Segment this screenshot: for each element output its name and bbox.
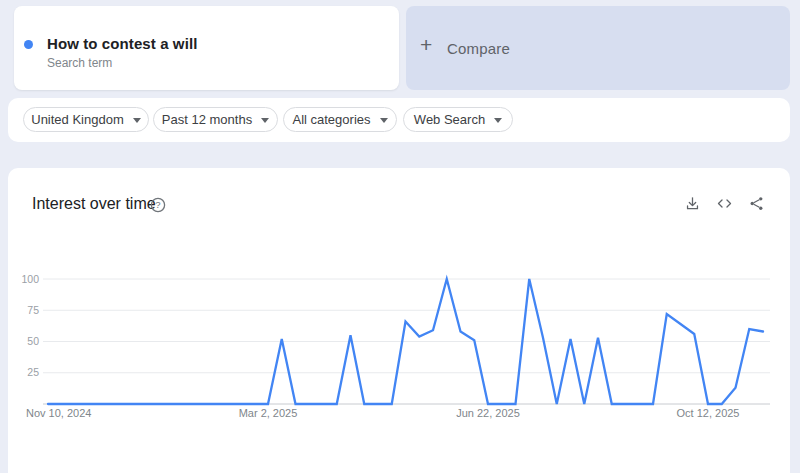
search-term-subtitle: Search term <box>47 56 112 70</box>
dropdown-arrow-icon <box>380 118 388 123</box>
interest-over-time-chart: 255075100Nov 10, 2024Mar 2, 2025Jun 22, … <box>8 250 790 450</box>
interest-over-time-card: Interest over time ? <box>8 168 790 473</box>
dropdown-arrow-icon <box>494 118 502 123</box>
x-axis-tick-label: Oct 12, 2025 <box>677 407 740 419</box>
region-filter-label: United Kingdom <box>31 112 124 127</box>
y-axis-tick-label: 25 <box>27 366 39 378</box>
category-filter-label: All categories <box>292 112 370 127</box>
search-term-card[interactable]: How to contest a will Search term <box>14 6 399 90</box>
google-trends-explore-page: { "term_card": { "term": "How to contest… <box>0 0 800 473</box>
filter-bar: United Kingdom Past 12 months All catego… <box>8 98 790 142</box>
download-icon[interactable] <box>684 195 701 212</box>
x-axis-tick-label: Mar 2, 2025 <box>239 407 298 419</box>
chart-actions <box>684 195 765 212</box>
region-filter-dropdown[interactable]: United Kingdom <box>23 107 149 132</box>
embed-code-icon[interactable] <box>716 195 733 212</box>
chart-title: Interest over time <box>32 195 156 213</box>
x-axis-tick-label: Jun 22, 2025 <box>456 407 520 419</box>
time-range-filter-label: Past 12 months <box>162 112 252 127</box>
plus-icon: + <box>420 34 432 55</box>
x-axis-tick-label: Nov 10, 2024 <box>26 407 91 419</box>
dropdown-arrow-icon <box>261 118 269 123</box>
search-type-filter-dropdown[interactable]: Web Search <box>403 107 513 132</box>
dropdown-arrow-icon <box>133 118 141 123</box>
y-axis-tick-label: 75 <box>27 304 39 316</box>
share-icon[interactable] <box>748 195 765 212</box>
help-icon[interactable]: ? <box>150 197 166 213</box>
search-term-title: How to contest a will <box>47 35 197 52</box>
svg-text:?: ? <box>155 199 160 210</box>
compare-button[interactable]: + Compare <box>406 6 790 90</box>
category-filter-dropdown[interactable]: All categories <box>283 107 397 132</box>
series-color-dot-icon <box>24 40 33 49</box>
y-axis-tick-label: 100 <box>21 273 39 285</box>
y-axis-tick-label: 50 <box>27 335 39 347</box>
compare-label: Compare <box>447 40 510 57</box>
search-type-filter-label: Web Search <box>414 112 485 127</box>
time-range-filter-dropdown[interactable]: Past 12 months <box>153 107 278 132</box>
